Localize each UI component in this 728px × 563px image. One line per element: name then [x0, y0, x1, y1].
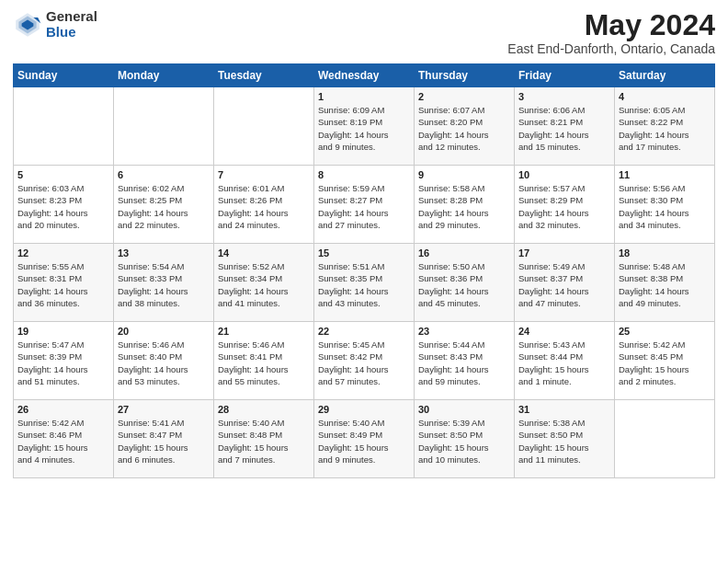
logo-blue-text: Blue [46, 25, 97, 40]
day-cell: 1Sunrise: 6:09 AM Sunset: 8:19 PM Daylig… [314, 87, 415, 166]
day-number: 10 [518, 169, 610, 180]
day-number: 26 [17, 404, 109, 415]
day-number: 15 [318, 247, 410, 259]
day-content: Sunrise: 5:52 AM Sunset: 8:34 PM Dayligh… [218, 260, 310, 309]
day-cell: 19Sunrise: 5:47 AM Sunset: 8:39 PM Dayli… [14, 322, 114, 400]
day-number: 5 [17, 169, 109, 180]
day-content: Sunrise: 6:05 AM Sunset: 8:22 PM Dayligh… [619, 104, 711, 153]
day-cell: 30Sunrise: 5:39 AM Sunset: 8:50 PM Dayli… [415, 400, 515, 478]
col-header-tuesday: Tuesday [214, 64, 314, 87]
day-cell: 12Sunrise: 5:55 AM Sunset: 8:31 PM Dayli… [14, 244, 114, 322]
day-number: 21 [218, 326, 310, 337]
day-number: 3 [518, 91, 610, 102]
day-number: 12 [17, 247, 109, 259]
day-cell: 29Sunrise: 5:40 AM Sunset: 8:49 PM Dayli… [314, 400, 415, 478]
day-content: Sunrise: 5:55 AM Sunset: 8:31 PM Dayligh… [17, 260, 109, 309]
week-row-4: 19Sunrise: 5:47 AM Sunset: 8:39 PM Dayli… [14, 322, 715, 400]
col-header-monday: Monday [114, 64, 214, 87]
logo-icon [13, 10, 42, 40]
day-content: Sunrise: 5:58 AM Sunset: 8:28 PM Dayligh… [418, 182, 510, 231]
week-row-1: 1Sunrise: 6:09 AM Sunset: 8:19 PM Daylig… [14, 87, 715, 166]
day-cell: 23Sunrise: 5:44 AM Sunset: 8:43 PM Dayli… [415, 322, 515, 400]
day-number: 18 [619, 247, 711, 259]
day-cell: 5Sunrise: 6:03 AM Sunset: 8:23 PM Daylig… [14, 166, 114, 244]
day-cell [615, 400, 715, 478]
calendar-subtitle: East End-Danforth, Ontario, Canada [507, 41, 715, 56]
day-cell: 24Sunrise: 5:43 AM Sunset: 8:44 PM Dayli… [515, 322, 615, 400]
logo-general-text: General [46, 9, 97, 25]
day-number: 6 [118, 169, 210, 180]
day-content: Sunrise: 5:46 AM Sunset: 8:41 PM Dayligh… [218, 339, 310, 387]
day-number: 22 [318, 326, 410, 337]
day-cell: 31Sunrise: 5:38 AM Sunset: 8:50 PM Dayli… [515, 400, 615, 478]
day-cell: 11Sunrise: 5:56 AM Sunset: 8:30 PM Dayli… [615, 166, 715, 244]
day-cell: 8Sunrise: 5:59 AM Sunset: 8:27 PM Daylig… [314, 166, 415, 244]
day-content: Sunrise: 5:48 AM Sunset: 8:38 PM Dayligh… [619, 260, 711, 309]
day-content: Sunrise: 6:02 AM Sunset: 8:25 PM Dayligh… [118, 182, 210, 231]
day-number: 29 [318, 404, 410, 415]
header-row: SundayMondayTuesdayWednesdayThursdayFrid… [14, 64, 715, 87]
day-cell: 21Sunrise: 5:46 AM Sunset: 8:41 PM Dayli… [214, 322, 314, 400]
day-content: Sunrise: 5:42 AM Sunset: 8:45 PM Dayligh… [619, 339, 711, 387]
calendar-title: May 2024 [507, 9, 715, 41]
day-number: 25 [619, 326, 711, 337]
day-number: 1 [318, 91, 410, 102]
col-header-sunday: Sunday [14, 64, 114, 87]
day-number: 14 [218, 247, 310, 259]
col-header-wednesday: Wednesday [314, 64, 415, 87]
day-content: Sunrise: 5:54 AM Sunset: 8:33 PM Dayligh… [118, 260, 210, 309]
day-cell: 26Sunrise: 5:42 AM Sunset: 8:46 PM Dayli… [14, 400, 114, 478]
day-content: Sunrise: 6:01 AM Sunset: 8:26 PM Dayligh… [218, 182, 310, 231]
day-content: Sunrise: 6:09 AM Sunset: 8:19 PM Dayligh… [318, 104, 410, 153]
day-content: Sunrise: 5:47 AM Sunset: 8:39 PM Dayligh… [17, 339, 109, 387]
col-header-friday: Friday [515, 64, 615, 87]
day-content: Sunrise: 5:40 AM Sunset: 8:49 PM Dayligh… [318, 417, 410, 465]
day-content: Sunrise: 5:57 AM Sunset: 8:29 PM Dayligh… [518, 182, 610, 231]
day-cell: 25Sunrise: 5:42 AM Sunset: 8:45 PM Dayli… [615, 322, 715, 400]
day-content: Sunrise: 5:43 AM Sunset: 8:44 PM Dayligh… [518, 339, 610, 387]
day-content: Sunrise: 5:41 AM Sunset: 8:47 PM Dayligh… [118, 417, 210, 465]
day-content: Sunrise: 5:59 AM Sunset: 8:27 PM Dayligh… [318, 182, 410, 231]
day-cell: 20Sunrise: 5:46 AM Sunset: 8:40 PM Dayli… [114, 322, 214, 400]
logo-text: General Blue [46, 9, 97, 40]
day-cell: 27Sunrise: 5:41 AM Sunset: 8:47 PM Dayli… [114, 400, 214, 478]
day-number: 16 [418, 247, 510, 259]
logo: General Blue [13, 9, 97, 40]
day-cell: 17Sunrise: 5:49 AM Sunset: 8:37 PM Dayli… [515, 244, 615, 322]
day-cell [214, 87, 314, 166]
day-number: 24 [518, 326, 610, 337]
day-content: Sunrise: 5:40 AM Sunset: 8:48 PM Dayligh… [218, 417, 310, 465]
day-content: Sunrise: 5:50 AM Sunset: 8:36 PM Dayligh… [418, 260, 510, 309]
col-header-thursday: Thursday [415, 64, 515, 87]
day-content: Sunrise: 6:03 AM Sunset: 8:23 PM Dayligh… [17, 182, 109, 231]
day-content: Sunrise: 5:39 AM Sunset: 8:50 PM Dayligh… [418, 417, 510, 465]
day-cell [14, 87, 114, 166]
day-number: 7 [218, 169, 310, 180]
col-header-saturday: Saturday [615, 64, 715, 87]
day-number: 4 [619, 91, 711, 102]
day-cell [114, 87, 214, 166]
week-row-3: 12Sunrise: 5:55 AM Sunset: 8:31 PM Dayli… [14, 244, 715, 322]
day-number: 13 [118, 247, 210, 259]
day-cell: 6Sunrise: 6:02 AM Sunset: 8:25 PM Daylig… [114, 166, 214, 244]
day-number: 8 [318, 169, 410, 180]
day-number: 31 [518, 404, 610, 415]
day-cell: 9Sunrise: 5:58 AM Sunset: 8:28 PM Daylig… [415, 166, 515, 244]
day-content: Sunrise: 5:44 AM Sunset: 8:43 PM Dayligh… [418, 339, 510, 387]
day-content: Sunrise: 5:56 AM Sunset: 8:30 PM Dayligh… [619, 182, 711, 231]
day-cell: 13Sunrise: 5:54 AM Sunset: 8:33 PM Dayli… [114, 244, 214, 322]
day-cell: 10Sunrise: 5:57 AM Sunset: 8:29 PM Dayli… [515, 166, 615, 244]
day-content: Sunrise: 5:38 AM Sunset: 8:50 PM Dayligh… [518, 417, 610, 465]
day-content: Sunrise: 6:06 AM Sunset: 8:21 PM Dayligh… [518, 104, 610, 153]
day-number: 19 [17, 326, 109, 337]
day-number: 2 [418, 91, 510, 102]
week-row-5: 26Sunrise: 5:42 AM Sunset: 8:46 PM Dayli… [14, 400, 715, 478]
day-cell: 16Sunrise: 5:50 AM Sunset: 8:36 PM Dayli… [415, 244, 515, 322]
day-content: Sunrise: 5:45 AM Sunset: 8:42 PM Dayligh… [318, 339, 410, 387]
day-cell: 22Sunrise: 5:45 AM Sunset: 8:42 PM Dayli… [314, 322, 415, 400]
day-cell: 4Sunrise: 6:05 AM Sunset: 8:22 PM Daylig… [615, 87, 715, 166]
day-cell: 7Sunrise: 6:01 AM Sunset: 8:26 PM Daylig… [214, 166, 314, 244]
day-number: 17 [518, 247, 610, 259]
day-content: Sunrise: 5:46 AM Sunset: 8:40 PM Dayligh… [118, 339, 210, 387]
day-number: 11 [619, 169, 711, 180]
